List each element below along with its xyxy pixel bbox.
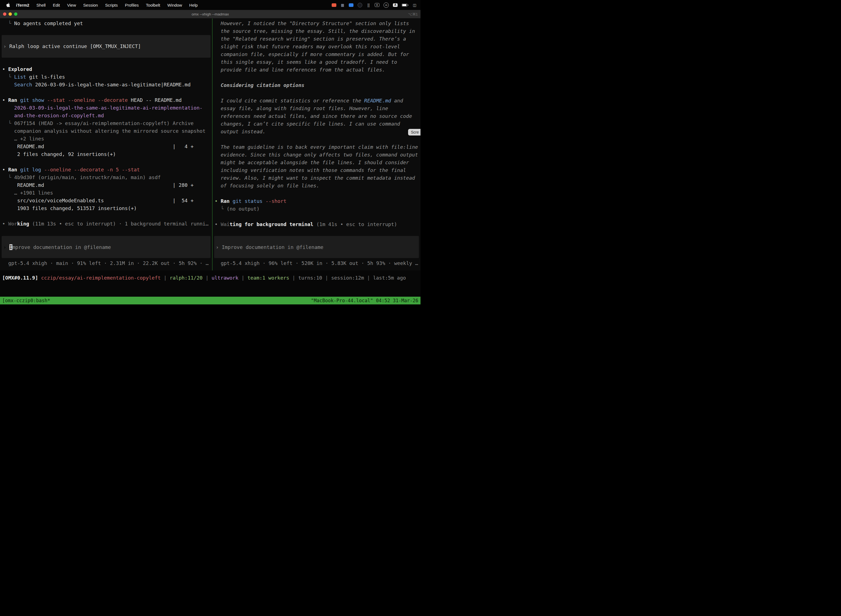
text-run: [38, 275, 41, 281]
text-run: README.md: [364, 98, 391, 104]
text-run: changes, I can’t cite specific file line…: [215, 121, 400, 127]
text-run: └: [215, 206, 227, 212]
right-prompt-input[interactable]: › Improve documentation in @filename: [214, 236, 419, 258]
text-run: Search: [14, 82, 32, 88]
command-injection-box: › Ralph loop active continue [OMX_TMUX_I…: [1, 35, 211, 58]
left-pane-output[interactable]: └ No agents completed yet › Ralph loop a…: [0, 19, 212, 236]
text-run: Ran: [221, 198, 230, 204]
terminal-line: The team guideline is to back every impo…: [215, 143, 420, 151]
text-run: [2, 105, 14, 111]
terminal-line: Search 2026-03-09-is-legal-the-same-as-l…: [2, 81, 212, 89]
omx-status-line: [OMX#0.11.9] cczip/essay/ai-reimplementa…: [2, 275, 406, 281]
close-button[interactable]: [3, 12, 6, 16]
terminal-line: provide file and line references from th…: [215, 66, 420, 74]
text-run: HEAD -- README.md: [128, 97, 182, 103]
terminal-line: • Ran git log --oneline --decorate -n 5 …: [2, 166, 212, 174]
terminal-line: [215, 74, 420, 81]
zoom-button[interactable]: [14, 12, 18, 16]
text-run: companion analysis without altering the …: [2, 128, 205, 134]
text-run: [2, 113, 14, 119]
text-run: [262, 198, 265, 204]
terminal-line: src/voice/voiceModeEnabled.ts | 54 +: [2, 197, 212, 204]
terminal-line: references need actual files, and since …: [215, 112, 420, 120]
terminal-line: I could cite commit statistics or refere…: [215, 97, 420, 105]
text-run: companion file, especially if more comme…: [215, 51, 409, 57]
window-title-bar[interactable]: omx --xhigh --madmax ⌥⌘1: [0, 10, 420, 19]
right-pane-output[interactable]: However, I noticed the "Directory Struct…: [212, 19, 420, 236]
menu-item-session[interactable]: Session: [84, 3, 98, 7]
text-run: slight risk that future readers may over…: [215, 44, 400, 49]
text-run: README.md | 280 +: [2, 182, 194, 188]
right-pane: However, I noticed the "Directory Struct…: [212, 19, 420, 270]
menu-item-iterm2[interactable]: iTerm2: [16, 3, 29, 7]
text-run: ralph:11/20: [170, 275, 202, 281]
text-run: [44, 97, 47, 103]
text-run: team:1 workers: [248, 275, 289, 281]
left-pane: └ No agents completed yet › Ralph loop a…: [0, 19, 212, 270]
terminal-line: review. Also, I might want to inspect th…: [215, 174, 420, 182]
text-run: └: [2, 21, 14, 26]
terminal-line: changes, I can’t cite specific file line…: [215, 120, 420, 128]
text-run: including verification notes with those …: [215, 167, 406, 173]
terminal-line: … +1901 lines: [2, 189, 212, 197]
terminal-line: └ 067f154 (HEAD -> essay/ai-reimplementa…: [2, 119, 212, 127]
terminal-line: [2, 89, 212, 96]
terminal-line: essay file, along with finding root file…: [215, 105, 420, 112]
menu-item-toolbelt[interactable]: Toolbelt: [146, 3, 160, 7]
terminal-line: output instead.: [215, 128, 420, 135]
text-run: src/voice/voiceModeEnabled.ts | 54 +: [2, 198, 194, 203]
menu-item-window[interactable]: Window: [167, 3, 182, 7]
menu-item-profiles[interactable]: Profiles: [125, 3, 139, 7]
text-run: ting for background terminal: [230, 221, 313, 227]
menu-item-shell[interactable]: Shell: [37, 3, 45, 7]
text-run: •: [2, 221, 8, 227]
minimize-button[interactable]: [9, 12, 12, 16]
apple-menu-icon[interactable]: [6, 3, 10, 7]
terminal-window: └ No agents completed yet › Ralph loop a…: [0, 19, 420, 297]
text-run: review. Also, I might want to inspect th…: [215, 175, 415, 181]
screen-recording-indicator-icon[interactable]: [332, 3, 336, 7]
dark-circle-app-icon[interactable]: [357, 3, 362, 7]
text-run: Explored: [8, 66, 32, 72]
text-run: 2026-03-09-is-legal-the-same-as-legitima…: [14, 105, 202, 111]
dots-grid-icon[interactable]: ⣿: [366, 3, 371, 7]
terminal-line: However, I noticed the "Directory Struct…: [215, 20, 420, 27]
terminal-line: [215, 89, 420, 97]
window-controls: [0, 12, 18, 16]
text-run: mprove documentation in @filename: [12, 244, 111, 250]
grid-app-icon[interactable]: ▦: [340, 3, 344, 7]
text-run: and-the-erosion-of-copyleft.md: [14, 113, 104, 119]
text-run: |: [202, 275, 212, 281]
text-run: List: [14, 74, 26, 80]
left-prompt-input[interactable]: › Improve documentation in @filename: [1, 236, 211, 258]
text-run: king: [17, 221, 29, 227]
input-source-icon[interactable]: A: [393, 3, 398, 7]
text-run: cczip/essay/ai-reimplementation-copyleft: [41, 275, 161, 281]
battery-icon[interactable]: [402, 3, 408, 7]
menu-item-scripts[interactable]: Scripts: [105, 3, 118, 7]
text-run: [OMX#0.11.9]: [2, 275, 38, 281]
terminal-line: [2, 27, 212, 35]
key-8-icon[interactable]: 8: [375, 3, 379, 7]
text-run: turns:10: [298, 275, 322, 281]
terminal-line: 2026-03-09-is-legal-the-same-as-legitima…: [2, 104, 212, 112]
text-run: Ralph loop active continue [OMX_TMUX_INJ…: [9, 43, 141, 49]
text-run: … +2 lines: [2, 136, 44, 142]
text-run: •: [215, 221, 221, 227]
text-run: └: [2, 175, 14, 180]
text-run: output instead.: [215, 129, 265, 134]
screen-overlay-button[interactable]: Scre: [408, 129, 420, 135]
control-center-icon[interactable]: ◫: [413, 3, 417, 7]
text-run: Wai: [221, 221, 230, 227]
tmux-session-label: [omx-cczip0:bash*: [2, 298, 50, 303]
text-run: Improve documentation in @filename: [222, 244, 323, 250]
menu-item-edit[interactable]: Edit: [53, 3, 60, 7]
text-run: |: [289, 275, 298, 281]
menu-item-help[interactable]: Help: [189, 3, 198, 7]
load-badge-icon[interactable]: .61: [384, 3, 389, 8]
blue-app-icon[interactable]: [349, 3, 353, 7]
text-run: ›: [216, 244, 222, 250]
menu-item-view[interactable]: View: [67, 3, 76, 7]
text-run: └: [2, 120, 14, 126]
terminal-line: • Waiting for background terminal (1m 41…: [215, 220, 420, 228]
